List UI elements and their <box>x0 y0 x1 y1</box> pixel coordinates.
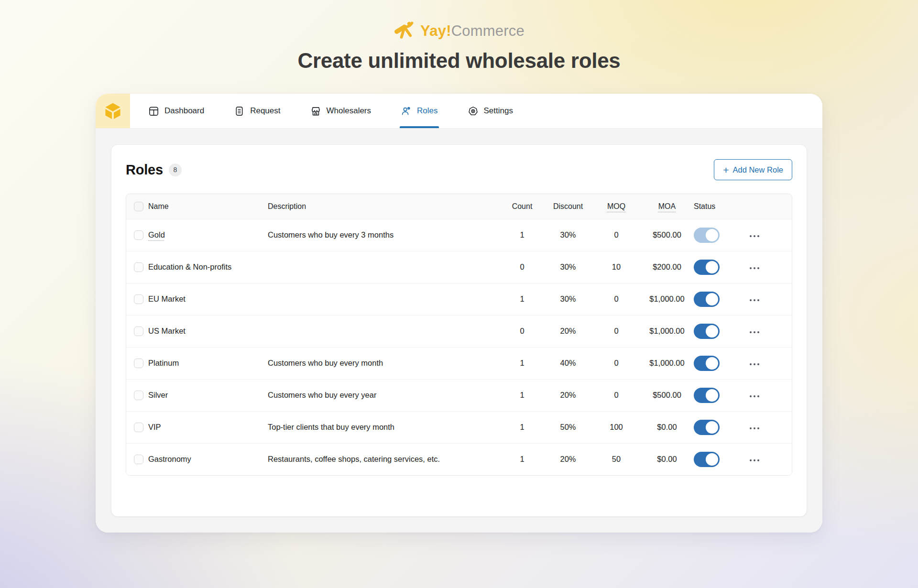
role-name-link[interactable]: Gastronomy <box>148 455 191 463</box>
role-discount: 30% <box>544 283 592 315</box>
roles-count-badge: 8 <box>169 163 182 176</box>
role-discount: 40% <box>544 347 592 379</box>
role-count: 0 <box>501 251 544 283</box>
role-name-link[interactable]: Platinum <box>148 359 179 367</box>
toggle-knob <box>706 453 718 466</box>
role-moq: 0 <box>592 219 640 251</box>
role-discount: 30% <box>544 251 592 283</box>
cube-icon <box>102 100 123 121</box>
role-name-link[interactable]: Gold <box>148 230 165 239</box>
app-logo-tile[interactable] <box>96 94 130 128</box>
header-status: Status <box>694 202 715 210</box>
role-discount: 30% <box>544 219 592 251</box>
status-toggle[interactable] <box>694 228 720 243</box>
table-header-row: Name Description Count Discount MOQ MOA … <box>126 194 792 219</box>
row-checkbox[interactable] <box>134 391 143 400</box>
role-moa: $500.00 <box>640 379 694 411</box>
role-moa: $0.00 <box>640 443 694 475</box>
toggle-knob <box>706 389 718 402</box>
nav-item-dashboard[interactable]: Dashboard <box>148 94 204 128</box>
table-row: Platinum Customers who buy every month 1… <box>126 347 792 379</box>
roles-table-body: Gold Customers who buy every 3 months 1 … <box>126 219 792 475</box>
status-toggle[interactable] <box>694 420 720 435</box>
yay-logo-icon <box>393 21 415 41</box>
role-discount: 20% <box>544 315 592 347</box>
status-toggle[interactable] <box>694 292 720 307</box>
table-row: Gastronomy Restaurants, coffee shops, ca… <box>126 443 792 475</box>
row-menu-button[interactable] <box>749 296 760 304</box>
brand-yay: Yay! <box>420 22 451 39</box>
nav-item-wholesalers[interactable]: Wholesalers <box>310 94 372 128</box>
role-count: 0 <box>501 315 544 347</box>
nav-item-request[interactable]: Request <box>234 94 280 128</box>
role-moq: 0 <box>592 315 640 347</box>
status-toggle[interactable] <box>694 452 720 467</box>
table-row: Silver Customers who buy every year 1 20… <box>126 379 792 411</box>
role-name-link[interactable]: Education & Non-profits <box>148 262 231 271</box>
add-new-role-button[interactable]: + Add New Role <box>714 159 792 180</box>
role-count: 1 <box>501 379 544 411</box>
nav-label: Request <box>250 106 280 116</box>
role-count: 1 <box>501 411 544 443</box>
role-description <box>268 251 501 283</box>
role-moa: $500.00 <box>640 219 694 251</box>
brand-wordmark: Yay!Commerce <box>420 22 525 40</box>
nav-label: Settings <box>484 106 513 116</box>
role-name-link[interactable]: VIP <box>148 423 161 431</box>
nav-label: Dashboard <box>164 106 204 116</box>
page-title: Create unlimited wholesale roles <box>0 49 918 73</box>
role-count: 1 <box>501 283 544 315</box>
role-moq: 10 <box>592 251 640 283</box>
add-new-role-label: Add New Role <box>733 165 783 174</box>
role-description <box>268 315 501 347</box>
row-menu-button[interactable] <box>749 457 760 464</box>
nav-item-settings[interactable]: Settings <box>468 94 513 128</box>
settings-icon <box>468 106 479 117</box>
role-name-link[interactable]: Silver <box>148 391 168 399</box>
brand-header: Yay!Commerce <box>0 0 918 41</box>
role-moa: $1,000.00 <box>640 283 694 315</box>
table-row: Education & Non-profits 0 30% 10 $200.00 <box>126 251 792 283</box>
toggle-knob <box>706 325 718 338</box>
row-checkbox[interactable] <box>134 294 143 304</box>
row-checkbox[interactable] <box>134 359 143 368</box>
role-description: Top-tier clients that buy every month <box>268 411 501 443</box>
role-moq: 0 <box>592 347 640 379</box>
row-menu-button[interactable] <box>749 232 760 240</box>
select-all-checkbox[interactable] <box>134 202 143 211</box>
request-icon <box>234 106 245 117</box>
row-checkbox[interactable] <box>134 327 143 336</box>
dashboard-icon <box>148 106 159 117</box>
status-toggle[interactable] <box>694 260 720 275</box>
row-menu-button[interactable] <box>749 264 760 272</box>
nav-items: Dashboard Request Wholesalers <box>148 94 513 128</box>
row-checkbox[interactable] <box>134 423 143 432</box>
header-discount: Discount <box>553 202 583 210</box>
row-menu-button[interactable] <box>749 360 760 368</box>
role-moa: $200.00 <box>640 251 694 283</box>
table-row: Gold Customers who buy every 3 months 1 … <box>126 219 792 251</box>
header-moa: MOA <box>658 202 676 210</box>
status-toggle[interactable] <box>694 324 720 339</box>
table-row: EU Market 1 30% 0 $1,000.00 <box>126 283 792 315</box>
role-name-link[interactable]: EU Market <box>148 294 186 303</box>
toggle-knob <box>706 293 718 305</box>
nav-item-roles[interactable]: Roles <box>401 94 437 128</box>
role-description: Customers who buy every month <box>268 347 501 379</box>
role-moa: $1,000.00 <box>640 347 694 379</box>
roles-panel-header: Roles 8 + Add New Role <box>126 159 792 180</box>
role-discount: 20% <box>544 379 592 411</box>
role-count: 1 <box>501 219 544 251</box>
row-menu-button[interactable] <box>749 425 760 432</box>
roles-title: Roles <box>126 162 163 178</box>
row-menu-button[interactable] <box>749 392 760 400</box>
row-checkbox[interactable] <box>134 455 143 464</box>
row-checkbox[interactable] <box>134 262 143 272</box>
toggle-knob <box>706 261 718 273</box>
status-toggle[interactable] <box>694 388 720 403</box>
role-name-link[interactable]: US Market <box>148 327 186 335</box>
toggle-knob <box>706 357 718 370</box>
row-checkbox[interactable] <box>134 230 143 240</box>
row-menu-button[interactable] <box>749 328 760 336</box>
status-toggle[interactable] <box>694 356 720 371</box>
